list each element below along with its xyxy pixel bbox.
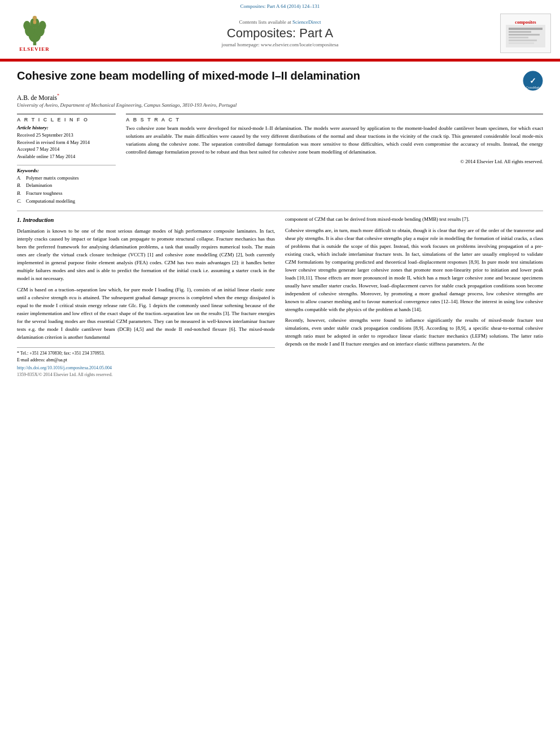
journal-header: Composites: Part A 64 (2014) 124–131 ELS… <box>0 0 560 60</box>
abstract-copyright: © 2014 Elsevier Ltd. All rights reserved… <box>126 159 543 164</box>
svg-rect-10 <box>509 28 542 30</box>
elsevier-logo: ELSEVIER <box>9 15 60 52</box>
issn-line: 1359-835X/© 2014 Elsevier Ltd. All right… <box>17 372 275 378</box>
abstract-text: Two cohesive zone beam models were devel… <box>126 125 543 156</box>
kw-text-1: Delamination <box>26 182 52 190</box>
history-item: Available online 17 May 2014 <box>17 153 116 160</box>
journal-reference: Composites: Part A 64 (2014) 124–131 <box>240 3 320 9</box>
history-items: Received 25 September 2013 Received in r… <box>17 132 116 160</box>
section-divider <box>17 211 543 211</box>
composites-logo-box: composites <box>500 14 551 53</box>
article-info-column: A R T I C L E I N F O Article history: R… <box>17 113 116 205</box>
doi-link[interactable]: http://dx.doi.org/10.1016/j.compositesa.… <box>17 365 275 372</box>
sciencedirect-link[interactable]: ScienceDirect <box>292 19 321 25</box>
journal-banner-center: Contents lists available at ScienceDirec… <box>60 19 500 47</box>
keyword-item-1: B. Delamination <box>17 182 116 190</box>
body-para-r1: component of CZM that can be derived fro… <box>285 216 543 224</box>
footnote-tel: * Tel.: +351 234 370830; fax: +351 234 3… <box>17 350 275 357</box>
body-para-r3: Recently, however, cohesive strengths we… <box>285 317 543 348</box>
journal-banner: ELSEVIER Contents lists available at Sci… <box>0 10 560 56</box>
body-two-col: 1. Introduction Delamination is known to… <box>17 216 543 378</box>
history-item: Accepted 7 May 2014 <box>17 146 116 153</box>
body-col-right: component of CZM that can be derived fro… <box>285 216 543 378</box>
svg-rect-8 <box>33 20 36 24</box>
article-info-abstract-section: A R T I C L E I N F O Article history: R… <box>17 113 543 205</box>
author-name: A.B. de Morais <box>17 94 57 101</box>
composites-cover-art <box>506 25 545 47</box>
author-line: A.B. de Morais* <box>17 93 543 101</box>
keywords-list: A. Polymer matrix composites B. Delamina… <box>17 174 116 205</box>
svg-point-7 <box>32 15 36 19</box>
svg-point-4 <box>23 21 30 30</box>
svg-point-5 <box>38 21 46 30</box>
keyword-item-2: B. Fracture toughness <box>17 190 116 198</box>
abstract-column: A B S T R A C T Two cohesive zone beam m… <box>126 113 543 205</box>
keywords-label: Keywords: <box>17 165 116 173</box>
history-item: Received in revised form 4 May 2014 <box>17 139 116 146</box>
svg-rect-12 <box>509 34 540 36</box>
author-sup: * <box>57 93 59 98</box>
body-para-r2: Cohesive strengths are, in turn, much mo… <box>285 227 543 313</box>
kw-text-0: Polymer matrix composites <box>26 174 79 182</box>
contents-line: Contents lists available at ScienceDirec… <box>60 19 500 25</box>
body-para-2: CZM is based on a traction–separation la… <box>17 286 275 342</box>
kw-letter-1: B. <box>17 182 25 190</box>
elsevier-wordmark: ELSEVIER <box>19 46 50 52</box>
keyword-item-0: A. Polymer matrix composites <box>17 174 116 182</box>
svg-rect-14 <box>509 40 537 41</box>
svg-rect-15 <box>509 42 534 44</box>
kw-letter-2: B. <box>17 190 25 198</box>
article-info-label: A R T I C L E I N F O <box>17 117 116 123</box>
body-col-left: 1. Introduction Delamination is known to… <box>17 216 275 378</box>
footnote-email: E-mail address: abm@ua.pt <box>17 357 275 364</box>
composites-logo-title: composites <box>515 20 536 25</box>
article-title: Cohesive zone beam modelling of mixed-mo… <box>17 69 523 82</box>
author-affiliation: University of Aveiro, Department of Mech… <box>17 102 543 108</box>
kw-text-2: Fracture toughness <box>26 190 62 198</box>
svg-rect-11 <box>509 31 531 33</box>
kw-letter-3: C. <box>17 198 25 206</box>
section1-heading: 1. Introduction <box>17 216 275 225</box>
footnote-area: * Tel.: +351 234 370830; fax: +351 234 3… <box>17 347 275 364</box>
svg-text:✓: ✓ <box>530 76 536 85</box>
article-area: Cohesive zone beam modelling of mixed-mo… <box>0 62 560 384</box>
kw-letter-0: A. <box>17 174 25 182</box>
article-title-row: Cohesive zone beam modelling of mixed-mo… <box>17 69 543 91</box>
journal-ref-bar: Composites: Part A 64 (2014) 124–131 <box>0 3 560 9</box>
body-para-1: Delamination is known to be one of the m… <box>17 228 275 283</box>
history-item: Received 25 September 2013 <box>17 132 116 139</box>
history-label: Article history: <box>17 125 116 130</box>
svg-rect-13 <box>509 37 528 38</box>
journal-homepage: journal homepage: www.elsevier.com/locat… <box>60 42 500 47</box>
elsevier-tree-icon <box>19 15 50 46</box>
keyword-item-3: C. Computational modelling <box>17 198 116 206</box>
journal-title: Composites: Part A <box>60 26 500 41</box>
svg-text:CrossMark: CrossMark <box>526 86 540 89</box>
kw-text-3: Computational modelling <box>26 198 75 206</box>
abstract-label: A B S T R A C T <box>126 117 543 123</box>
crossmark-icon: ✓ CrossMark <box>523 71 543 91</box>
